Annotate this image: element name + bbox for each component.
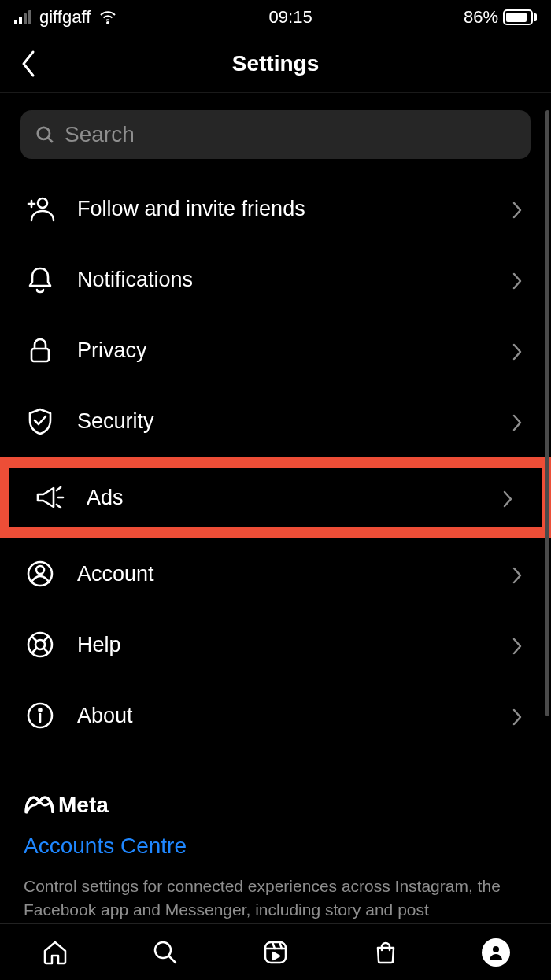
row-label: Notifications	[77, 268, 491, 292]
about-icon	[24, 699, 57, 732]
chevron-right-icon	[512, 708, 527, 723]
wifi-icon	[98, 8, 117, 27]
svg-line-17	[44, 649, 49, 653]
row-label: Security	[77, 409, 491, 434]
svg-point-21	[155, 942, 171, 958]
row-label: Help	[77, 633, 491, 657]
nav-header: Settings	[0, 35, 551, 93]
svg-line-2	[48, 138, 52, 142]
meta-logo: Meta	[24, 793, 527, 818]
svg-marker-27	[273, 952, 279, 960]
svg-point-28	[493, 946, 499, 952]
row-privacy[interactable]: Privacy	[0, 315, 551, 386]
signal-icon	[14, 10, 31, 24]
nav-shop[interactable]	[368, 935, 403, 970]
row-security[interactable]: Security	[0, 386, 551, 457]
row-ads[interactable]: Ads	[9, 468, 542, 527]
security-icon	[24, 405, 57, 438]
svg-line-22	[169, 956, 176, 963]
svg-line-14	[32, 637, 37, 642]
svg-point-3	[38, 198, 47, 208]
chevron-right-icon	[512, 637, 527, 653]
svg-rect-6	[31, 349, 49, 361]
privacy-icon	[24, 334, 57, 367]
row-help[interactable]: Help	[0, 609, 551, 680]
battery-icon	[503, 9, 537, 25]
nav-search[interactable]	[148, 935, 183, 970]
profile-avatar-icon	[482, 938, 510, 967]
chevron-right-icon	[512, 566, 527, 582]
svg-rect-23	[265, 942, 286, 963]
highlighted-row-wrap: Ads	[0, 457, 551, 538]
follow-invite-icon	[24, 192, 57, 225]
bottom-nav	[0, 923, 551, 980]
status-bar: giffgaff 09:15 86%	[0, 0, 551, 35]
svg-line-9	[57, 505, 61, 508]
row-label: About	[77, 704, 491, 728]
battery-percent: 86%	[464, 7, 498, 28]
carrier-label: giffgaff	[39, 7, 91, 28]
svg-point-1	[38, 128, 50, 139]
svg-point-11	[36, 566, 44, 574]
search-input[interactable]	[65, 122, 516, 147]
row-label: Ads	[87, 486, 482, 510]
account-icon	[24, 557, 57, 590]
status-right: 86%	[464, 7, 537, 28]
meta-brand-label: Meta	[58, 793, 109, 818]
nav-reels[interactable]	[258, 935, 293, 970]
chevron-right-icon	[512, 272, 527, 287]
nav-home[interactable]	[38, 935, 72, 970]
search-input-container[interactable]	[20, 110, 531, 159]
row-account[interactable]: Account	[0, 538, 551, 609]
clock: 09:15	[269, 7, 312, 28]
help-icon	[24, 628, 57, 661]
chevron-right-icon	[512, 201, 527, 216]
scroll-indicator[interactable]	[545, 110, 549, 716]
ads-icon	[33, 481, 66, 514]
page-title: Settings	[232, 51, 319, 76]
row-label: Account	[77, 562, 491, 586]
row-label: Privacy	[77, 338, 491, 363]
svg-point-0	[107, 22, 109, 24]
svg-line-15	[44, 637, 49, 642]
meta-description: Control settings for connected experienc…	[24, 875, 527, 923]
content-area: Follow and invite friends Notifications …	[0, 93, 551, 923]
svg-line-7	[57, 487, 61, 490]
chevron-right-icon	[512, 342, 527, 358]
accounts-centre-link[interactable]: Accounts Centre	[24, 834, 527, 859]
row-label: Follow and invite friends	[77, 197, 491, 221]
status-left: giffgaff	[14, 7, 117, 28]
notifications-icon	[24, 263, 57, 296]
row-notifications[interactable]: Notifications	[0, 244, 551, 315]
svg-line-16	[32, 649, 37, 653]
row-about[interactable]: About	[0, 680, 551, 751]
row-follow-invite[interactable]: Follow and invite friends	[0, 173, 551, 244]
chevron-right-icon	[512, 413, 527, 429]
nav-profile[interactable]	[479, 935, 513, 970]
meta-section: Meta Accounts Centre Control settings fo…	[0, 767, 551, 923]
svg-point-19	[39, 709, 42, 712]
chevron-right-icon	[502, 490, 518, 505]
back-button[interactable]	[11, 46, 46, 81]
